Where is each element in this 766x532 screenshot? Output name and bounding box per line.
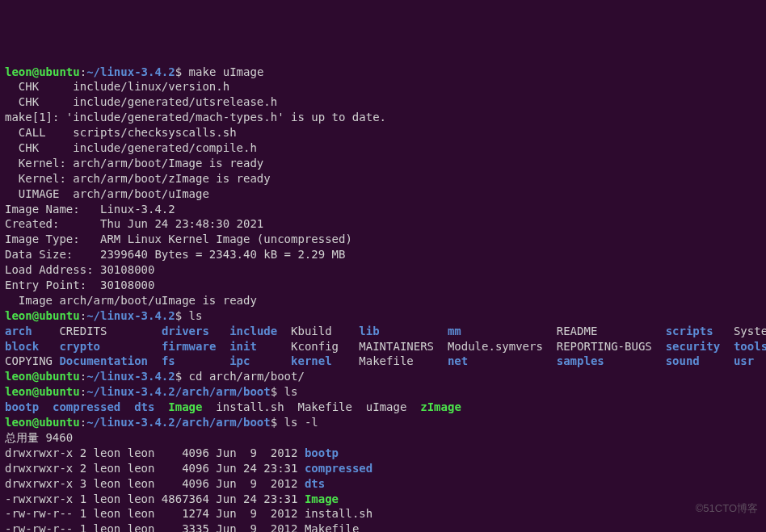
output-line: Image Name: Linux-3.4.2 [5,202,761,217]
prompt-line[interactable]: leon@ubuntu:~/linux-3.4.2/arch/arm/boot$… [5,384,761,400]
prompt-line[interactable]: leon@ubuntu:~/linux-3.4.2$ make uImage [5,65,761,80]
command-text: ls -l [284,416,318,429]
ls-entry: sound [666,354,734,367]
ls-entry: drivers [162,325,229,337]
output-line: 总用量 9460 [5,430,761,446]
ls-entry: zImage [420,400,461,413]
output-line: CHK include/generated/compile.h [5,140,761,156]
ls-entry: Documentation [59,354,161,367]
ls-entry: arch [5,325,59,337]
output-line: Entry Point: 30108000 [5,278,761,293]
ls-l-row: drwxrwxr-x 3 leon leon 4096 Jun 9 2012 d… [5,476,761,492]
ls-entry: init [229,340,291,353]
output-line: make[1]: 'include/generated/mach-types.h… [5,110,761,125]
ls-entry: uImage [366,400,407,413]
ls-entry: bootp [5,400,39,413]
prompt-line[interactable]: leon@ubuntu:~/linux-3.4.2$ ls [5,308,761,324]
ls-entry: security [666,340,734,353]
file-name: compressed [305,462,372,475]
ls-row: arch CREDITS drivers include Kbuild lib … [5,324,761,339]
ls-row: COPYING Documentation fs ipc kernel Make… [5,354,761,369]
file-name: bootp [305,446,339,459]
ls-entry: dts [134,400,154,413]
ls-entry: COPYING [5,354,59,367]
file-name: install.sh [305,507,372,520]
watermark: ©51CTO博客 [696,501,758,516]
ls-entry: compressed [53,400,120,413]
output-line: Kernel: arch/arm/boot/Image is ready [5,156,761,171]
ls-entry: Makefile [298,400,352,413]
ls-entry: README [557,325,666,337]
ls-entry: mm [448,325,557,337]
ls-entry: block [5,340,59,353]
prompt-path: ~/linux-3.4.2 [86,370,175,383]
ls-entry: lib [359,325,448,337]
output-line: CALL scripts/checksyscalls.sh [5,125,761,140]
ls-entry: install.sh [216,400,284,413]
command-text: ls [189,309,203,322]
file-name: Makefile [305,522,359,532]
ls-l-row: -rwxrwxr-x 1 leon leon 4867364 Jun 24 23… [5,492,761,507]
ls-entry: CREDITS [59,325,161,337]
ls-entry: include [229,325,291,337]
ls-l-row: -rw-rw-r-- 1 leon leon 1274 Jun 9 2012 i… [5,506,761,522]
ls-entry: Kbuild [291,325,359,337]
output-line: UIMAGE arch/arm/boot/uImage [5,186,761,202]
file-name: Image [305,492,339,505]
prompt-user: leon@ubuntu [5,65,80,78]
output-line: Kernel: arch/arm/boot/zImage is ready [5,171,761,186]
ls-entry: net [448,354,557,367]
ls-entry: crypto [59,340,161,353]
output-line: Load Address: 30108000 [5,262,761,278]
ls-entry: firmware [162,340,229,353]
command-text: ls [284,385,298,398]
ls-entry: fs [162,354,229,367]
prompt-path: ~/linux-3.4.2 [86,65,175,78]
ls-l-row: -rw-rw-r-- 1 leon leon 3335 Jun 9 2012 M… [5,522,761,532]
ls-entry: samples [557,354,666,367]
prompt-path: ~/linux-3.4.2 [86,309,175,322]
command-text: cd arch/arm/boot/ [189,370,305,383]
command-text: make uImage [189,65,264,78]
output-line: Image Type: ARM Linux Kernel Image (unco… [5,232,761,247]
ls-row: block crypto firmware init Kconfig MAINT… [5,339,761,354]
ls-entry: MAINTAINERS [359,340,448,353]
output-line: CHK include/linux/version.h [5,79,761,94]
prompt-path: ~/linux-3.4.2/arch/arm/boot [86,385,271,398]
prompt-user: leon@ubuntu [5,309,80,322]
output-line: Image arch/arm/boot/uImage is ready [5,293,761,308]
file-name: dts [305,477,325,490]
ls-l-row: drwxrwxr-x 2 leon leon 4096 Jun 24 23:31… [5,461,761,476]
prompt-path: ~/linux-3.4.2/arch/arm/boot [86,416,271,429]
prompt-line[interactable]: leon@ubuntu:~/linux-3.4.2$ cd arch/arm/b… [5,369,761,384]
prompt-line[interactable]: leon@ubuntu:~/linux-3.4.2/arch/arm/boot$… [5,415,761,430]
ls-entry: kernel [291,354,359,367]
prompt-user: leon@ubuntu [5,416,80,429]
ls-entry: tools [734,340,766,353]
ls-row: bootp compressed dts Image install.sh Ma… [5,400,761,415]
ls-l-row: drwxrwxr-x 2 leon leon 4096 Jun 9 2012 b… [5,446,761,461]
ls-entry: Image [168,400,202,413]
output-line: Created: Thu Jun 24 23:48:30 2021 [5,216,761,232]
prompt-user: leon@ubuntu [5,370,80,383]
ls-entry: Makefile [359,354,448,367]
output-line: Data Size: 2399640 Bytes = 2343.40 kB = … [5,247,761,262]
output-line: CHK include/generated/utsrelease.h [5,94,761,110]
ls-entry: REPORTING-BUGS [557,340,666,353]
ls-entry: scripts [666,325,734,337]
terminal-output[interactable]: leon@ubuntu:~/linux-3.4.2$ make uImage C… [5,65,761,532]
ls-entry: Module.symvers [448,340,557,353]
ls-entry: ipc [229,354,291,367]
ls-entry: System.map [734,325,766,337]
prompt-user: leon@ubuntu [5,385,80,398]
ls-entry: Kconfig [291,340,359,353]
ls-entry: usr [734,354,766,367]
